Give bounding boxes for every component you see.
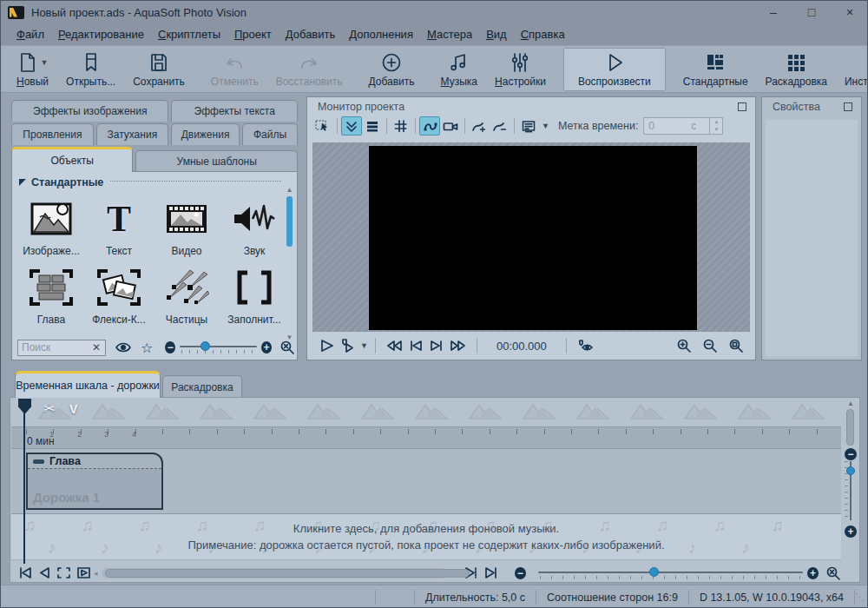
monitor-zoom-fit-icon[interactable] [726,338,746,354]
display-mode-button[interactable] [518,116,539,135]
timeline-zoom-thumb[interactable] [649,567,659,577]
redo-button[interactable]: Восстановить [267,48,352,91]
object-video[interactable]: Видео [153,192,220,261]
objects-scrollbar[interactable]: ▲ ▼ [284,186,295,342]
zoom-in-button[interactable]: + [261,341,272,354]
undo-button[interactable]: Отменить [202,48,267,91]
settings-button[interactable]: Настройки [486,48,555,91]
object-image[interactable]: Изображе... [17,192,85,261]
new-button[interactable]: ▼ Новый [8,48,57,91]
thumbnail-size-slider[interactable] [180,340,257,354]
timeline-zoom-in-button[interactable]: + [807,567,819,579]
track-height-thumb[interactable] [846,466,855,475]
go-to-start-button[interactable] [16,566,36,579]
display-mode-dropdown-icon[interactable]: ▼ [542,122,549,130]
close-button[interactable]: × [831,1,868,23]
track-height-decrease-button[interactable]: − [845,448,857,460]
preview-screen[interactable] [369,146,697,330]
vscroll-up-icon[interactable]: ▲ [842,400,859,408]
timeline-zoom-out-button[interactable]: − [515,567,526,579]
chapter-header[interactable]: Глава [28,454,161,469]
select-tool-button[interactable] [312,116,333,135]
menu-addons[interactable]: Дополнения [342,25,420,43]
remove-keyframe-button[interactable] [490,116,510,135]
scrollbar-thumb[interactable] [286,196,293,247]
resize-grip-icon[interactable]: ⋱ [855,591,868,603]
collapse-chapter-icon[interactable] [33,459,44,464]
preview-area[interactable] [312,142,750,332]
standard-view-button[interactable]: Стандартные [674,48,757,91]
layers-button[interactable] [362,116,383,135]
object-text[interactable]: T Текст [85,192,153,261]
add-keyframe-button[interactable] [469,116,490,135]
object-sound[interactable]: Звук [220,192,288,261]
previous-object-button[interactable] [36,566,54,579]
tab-reveals[interactable]: Проявления [11,123,94,145]
zoom-out-button[interactable]: − [165,341,175,354]
tab-smart-templates[interactable]: Умные шаблоны [135,150,298,172]
rewind-button[interactable] [383,339,405,353]
play-preview-button[interactable] [316,338,337,354]
tools-view-button[interactable]: Инструменты [836,48,868,91]
tab-objects[interactable]: Объекты [11,147,133,172]
object-particles[interactable]: Частицы [153,261,220,329]
save-button[interactable]: Сохранить [124,48,194,91]
menu-wizards[interactable]: Мастера [420,25,479,43]
object-chapter[interactable]: Глава [17,261,85,329]
timestamp-input[interactable] [644,120,684,132]
tab-motions[interactable]: Движения [171,123,240,145]
play-button[interactable]: Воспроизвести [563,48,666,91]
tab-files[interactable]: Файлы [242,123,298,145]
next-frame-button[interactable] [426,339,447,353]
menu-file[interactable]: Файл [10,25,51,43]
play-from-marker-button[interactable] [337,338,358,354]
menu-help[interactable]: Справка [514,25,572,43]
timeline-tracks-area[interactable]: Глава Дорожка 1 [11,449,841,513]
previous-frame-button[interactable] [405,339,426,353]
motion-path-button[interactable] [419,116,440,135]
timeline-zoom-reset-icon[interactable] [825,565,841,581]
play-range-button[interactable] [74,566,94,579]
scroll-left-icon[interactable]: ◂ [94,569,98,578]
zoom-reset-icon[interactable] [279,340,295,355]
timeline-vscrollbar-thumb[interactable] [846,409,854,446]
add-button[interactable]: Добавить [360,48,424,91]
music-button[interactable]: Музыка [432,48,486,91]
object-placeholder[interactable]: Заполнит... [220,261,288,329]
timeline-hscrollbar[interactable] [102,568,447,578]
eye-icon[interactable] [115,341,132,354]
tab-timeline-tracks[interactable]: Временная шкала - дорожки [15,371,161,398]
auto-chevrons-button[interactable] [341,116,362,135]
maximize-button[interactable]: □ [792,1,831,23]
forward-button[interactable] [447,339,470,353]
marker-shield-icon[interactable]: V [69,402,77,416]
camera-pan-button[interactable] [440,116,461,135]
menu-add[interactable]: Добавить [279,25,342,43]
chapter-track[interactable]: Дорожка 1 [28,469,161,508]
favorites-star-icon[interactable]: ☆ [141,340,153,356]
menu-project[interactable]: Проект [227,25,279,43]
music-track[interactable]: ♫♫♫♫♫♫♫♫♫♫♫♫♫♫ ♪♪♪♪♪♪♪♪♪♪♪♪♪♪ Кликните з… [11,513,841,560]
menu-view[interactable]: Вид [479,25,514,43]
menu-scriptlets[interactable]: Скриптлеты [151,25,227,43]
tab-text-effects[interactable]: Эффекты текста [171,100,298,122]
marker-eye-icon[interactable] [574,339,596,353]
new-dropdown-icon[interactable]: ▼ [41,58,49,67]
timeline-zoom-slider[interactable] [538,565,803,581]
tab-fades[interactable]: Затухания [96,123,168,145]
tab-image-effects[interactable]: Эффекты изображения [11,100,168,122]
monitor-pin-icon[interactable] [738,102,746,111]
tab-storyboard[interactable]: Раскадровка [162,375,242,398]
chapter-block[interactable]: Глава Дорожка 1 [26,453,163,510]
go-to-end-button[interactable] [481,566,501,579]
properties-pin-icon[interactable] [844,102,852,111]
timestamp-spinner[interactable]: ▲▼ [709,118,722,134]
menu-edit[interactable]: Редактирование [51,25,151,43]
monitor-zoom-out-icon[interactable] [700,338,720,354]
storyboard-view-button[interactable]: Раскадровка [757,48,836,91]
timeline-ruler[interactable]: 1 2 3 4 0 мин [11,426,841,449]
cut-scissors-icon[interactable]: ✂ [43,400,55,417]
grid-toggle-button[interactable] [391,116,411,135]
track-height-increase-button[interactable]: + [845,525,857,538]
play-options-dropdown-icon[interactable]: ▼ [360,341,368,350]
